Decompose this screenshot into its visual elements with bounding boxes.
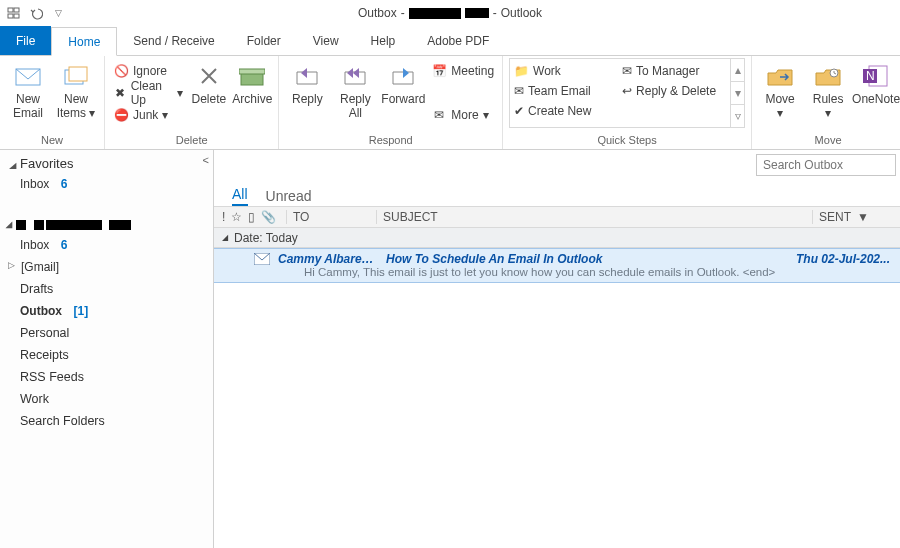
filter-row: All Unread: [214, 180, 900, 206]
account-header[interactable]: [0, 209, 213, 234]
tab-home[interactable]: Home: [51, 27, 117, 56]
nav-drafts[interactable]: Drafts: [0, 278, 213, 300]
col-to[interactable]: TO: [286, 210, 376, 224]
window-title: Outbox - - Outlook: [66, 6, 834, 20]
qs-to-manager[interactable]: ✉To Manager: [620, 61, 728, 81]
nav-collapse-icon[interactable]: <: [203, 154, 209, 166]
title-app: Outlook: [501, 6, 542, 20]
quick-steps-gallery: 📁Work ✉To Manager ✉Team Email ↩Reply & D…: [509, 58, 745, 128]
archive-button[interactable]: Archive: [232, 58, 272, 106]
reply-all-icon: [341, 62, 369, 90]
column-headers: ! ☆ ▯ 📎 TO SUBJECT SENT▼: [214, 206, 900, 228]
group-move: Move▾ Rules▾ NOneNote Move: [752, 56, 900, 149]
new-items-label: New Items ▾: [54, 92, 98, 120]
tab-adobe-pdf[interactable]: Adobe PDF: [411, 26, 505, 55]
search-wrap: [214, 150, 900, 180]
qs-create-new[interactable]: ✔Create New: [512, 101, 620, 121]
search-input[interactable]: [756, 154, 896, 176]
move-button[interactable]: Move▾: [758, 58, 802, 120]
new-email-button[interactable]: New Email: [6, 58, 50, 120]
tab-view[interactable]: View: [297, 26, 355, 55]
meeting-icon: 📅: [431, 63, 447, 79]
nav-gmail[interactable]: ▷[Gmail]: [0, 256, 213, 278]
group-delete: 🚫Ignore ✖Clean Up ▾ ⛔Junk ▾ Delete Archi…: [105, 56, 279, 149]
mail-to: Cammy Albares...: [278, 252, 378, 266]
reply-button[interactable]: Reply: [285, 58, 329, 106]
rules-icon: [814, 62, 842, 90]
qs-reply-delete[interactable]: ↩Reply & Delete: [620, 81, 728, 101]
folder-navigation: < Favorites Inbox 6 Inbox 6 ▷[Gmail] Dra…: [0, 150, 214, 548]
filter-all[interactable]: All: [232, 186, 248, 206]
tab-send-receive[interactable]: Send / Receive: [117, 26, 230, 55]
nav-outbox[interactable]: Outbox [1]: [0, 300, 213, 322]
svg-rect-1: [14, 8, 19, 12]
group-row-today[interactable]: ◢ Date: Today: [214, 228, 900, 248]
col-icons[interactable]: ! ☆ ▯ 📎: [214, 210, 286, 224]
nav-work[interactable]: Work: [0, 388, 213, 410]
qs-scroll-down[interactable]: ▾: [731, 82, 744, 105]
tab-help[interactable]: Help: [355, 26, 412, 55]
rules-label: Rules▾: [813, 92, 844, 120]
more-icon: ✉: [431, 107, 447, 123]
quick-access-toolbar: ▽: [6, 5, 66, 21]
onenote-icon: N: [862, 62, 890, 90]
create-new-icon: ✔: [514, 104, 524, 118]
tab-file[interactable]: File: [0, 26, 51, 55]
undo-icon[interactable]: [28, 5, 44, 21]
group-quicksteps-label: Quick Steps: [509, 133, 745, 149]
nav-personal[interactable]: Personal: [0, 322, 213, 344]
new-items-button[interactable]: New Items ▾: [54, 58, 98, 120]
col-subject[interactable]: SUBJECT: [376, 210, 812, 224]
team-email-icon: ✉: [514, 84, 524, 98]
favorites-header[interactable]: Favorites: [0, 150, 213, 173]
clean-up-icon: ✖: [113, 85, 127, 101]
svg-rect-8: [239, 69, 265, 74]
rules-button[interactable]: Rules▾: [806, 58, 850, 120]
mail-row[interactable]: Cammy Albares... How To Schedule An Emai…: [214, 248, 900, 283]
nav-rss[interactable]: RSS Feeds: [0, 366, 213, 388]
importance-column-icon: !: [222, 210, 225, 224]
tab-folder[interactable]: Folder: [231, 26, 297, 55]
svg-rect-3: [14, 14, 19, 18]
reply-all-button[interactable]: Reply All: [333, 58, 377, 120]
move-label: Move▾: [765, 92, 794, 120]
to-manager-icon: ✉: [622, 64, 632, 78]
qs-team-email[interactable]: ✉Team Email: [512, 81, 620, 101]
col-sent[interactable]: SENT▼: [812, 210, 900, 224]
qat-customize-icon[interactable]: ▽: [50, 5, 66, 21]
svg-rect-7: [241, 73, 263, 85]
fav-inbox[interactable]: Inbox 6: [0, 173, 213, 195]
group-respond-label: Respond: [285, 133, 496, 149]
title-folder: Outbox: [358, 6, 397, 20]
group-quick-steps: 📁Work ✉To Manager ✉Team Email ↩Reply & D…: [503, 56, 752, 149]
onenote-button[interactable]: NOneNote: [854, 58, 898, 106]
qs-scroll-up[interactable]: ▴: [731, 59, 744, 82]
group-new: New Email New Items ▾ New: [0, 56, 105, 149]
group-new-label: New: [6, 133, 98, 149]
junk-icon: ⛔: [113, 107, 129, 123]
nav-search-folders[interactable]: Search Folders: [0, 410, 213, 432]
more-respond-button[interactable]: ✉More ▾: [429, 104, 496, 126]
title-sep2: -: [493, 6, 497, 20]
clean-up-button[interactable]: ✖Clean Up ▾: [111, 82, 185, 104]
forward-icon: [389, 62, 417, 90]
new-items-icon: [62, 62, 90, 90]
new-email-label: New Email: [6, 92, 50, 120]
nav-receipts[interactable]: Receipts: [0, 344, 213, 366]
reply-icon: [293, 62, 321, 90]
delete-icon: [195, 62, 223, 90]
folder-icon: 📁: [514, 64, 529, 78]
junk-button[interactable]: ⛔Junk ▾: [111, 104, 185, 126]
ribbon-tabs: File Home Send / Receive Folder View Hel…: [0, 26, 900, 56]
nav-inbox[interactable]: Inbox 6: [0, 234, 213, 256]
forward-button[interactable]: Forward: [381, 58, 425, 106]
qs-expand[interactable]: ▿: [731, 105, 744, 127]
filter-unread[interactable]: Unread: [266, 188, 312, 206]
qat-show-all-icon[interactable]: [6, 5, 22, 21]
content-pane: All Unread ! ☆ ▯ 📎 TO SUBJECT SENT▼ ◢ Da…: [214, 150, 900, 548]
meeting-button[interactable]: 📅Meeting: [429, 60, 496, 82]
delete-button[interactable]: Delete: [189, 58, 228, 106]
qs-work[interactable]: 📁Work: [512, 61, 620, 81]
qs-scroll: ▴ ▾ ▿: [730, 59, 744, 127]
reply-delete-icon: ↩: [622, 84, 632, 98]
